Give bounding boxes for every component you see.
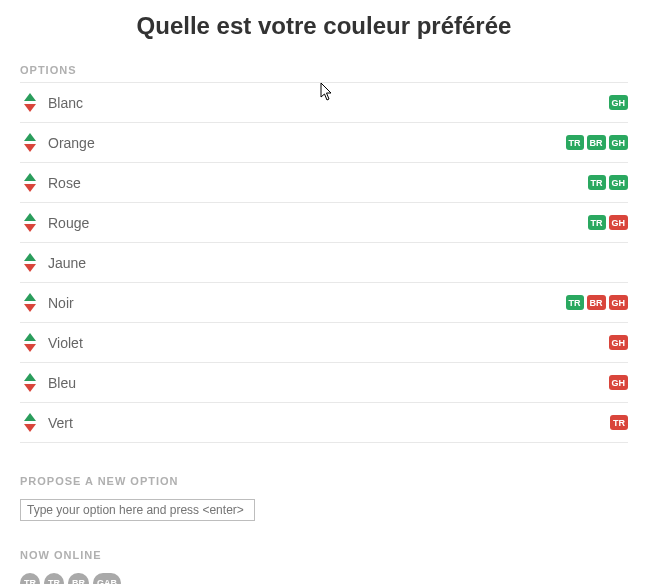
- options-label: OPTIONS: [20, 58, 628, 82]
- upvote-icon[interactable]: [24, 413, 36, 421]
- avatar: TR: [44, 573, 64, 584]
- vote-control: [20, 333, 40, 352]
- vote-badges: GH: [609, 95, 629, 110]
- downvote-icon[interactable]: [24, 424, 36, 432]
- vote-badges: TRGH: [588, 175, 629, 190]
- option-label: Bleu: [48, 375, 609, 391]
- upvote-icon[interactable]: [24, 173, 36, 181]
- vote-badge: GH: [609, 135, 629, 150]
- downvote-icon[interactable]: [24, 304, 36, 312]
- propose-label: PROPOSE A NEW OPTION: [20, 469, 628, 493]
- avatar: TR: [20, 573, 40, 584]
- option-label: Orange: [48, 135, 566, 151]
- vote-control: [20, 293, 40, 312]
- option-row: VertTR: [20, 403, 628, 443]
- option-row: VioletGH: [20, 323, 628, 363]
- now-online-label: NOW ONLINE: [20, 543, 628, 567]
- downvote-icon[interactable]: [24, 224, 36, 232]
- online-avatars: TRTRBRGAB: [20, 573, 628, 584]
- avatar: GAB: [93, 573, 121, 584]
- propose-input[interactable]: [20, 499, 255, 521]
- upvote-icon[interactable]: [24, 93, 36, 101]
- downvote-icon[interactable]: [24, 264, 36, 272]
- downvote-icon[interactable]: [24, 184, 36, 192]
- option-label: Rouge: [48, 215, 588, 231]
- vote-control: [20, 373, 40, 392]
- vote-badge: TR: [610, 415, 628, 430]
- option-row: BlancGH: [20, 82, 628, 123]
- vote-control: [20, 93, 40, 112]
- option-row: NoirTRBRGH: [20, 283, 628, 323]
- vote-badge: BR: [587, 135, 606, 150]
- upvote-icon[interactable]: [24, 133, 36, 141]
- vote-badge: TR: [588, 215, 606, 230]
- option-label: Noir: [48, 295, 566, 311]
- vote-badge: GH: [609, 175, 629, 190]
- vote-badges: TRGH: [588, 215, 629, 230]
- vote-control: [20, 173, 40, 192]
- vote-badge: TR: [566, 135, 584, 150]
- upvote-icon[interactable]: [24, 373, 36, 381]
- vote-badges: TRBRGH: [566, 295, 629, 310]
- downvote-icon[interactable]: [24, 144, 36, 152]
- page-title: Quelle est votre couleur préférée: [20, 0, 628, 58]
- vote-control: [20, 133, 40, 152]
- option-row: BleuGH: [20, 363, 628, 403]
- vote-badge: GH: [609, 375, 629, 390]
- downvote-icon[interactable]: [24, 104, 36, 112]
- vote-control: [20, 413, 40, 432]
- vote-badge: TR: [566, 295, 584, 310]
- downvote-icon[interactable]: [24, 344, 36, 352]
- option-row: OrangeTRBRGH: [20, 123, 628, 163]
- option-row: RougeTRGH: [20, 203, 628, 243]
- vote-badges: TR: [610, 415, 628, 430]
- vote-badge: GH: [609, 95, 629, 110]
- vote-badge: TR: [588, 175, 606, 190]
- upvote-icon[interactable]: [24, 293, 36, 301]
- upvote-icon[interactable]: [24, 333, 36, 341]
- option-label: Jaune: [48, 255, 628, 271]
- avatar: BR: [68, 573, 89, 584]
- option-row: RoseTRGH: [20, 163, 628, 203]
- vote-badge: BR: [587, 295, 606, 310]
- option-label: Vert: [48, 415, 610, 431]
- option-row: Jaune: [20, 243, 628, 283]
- vote-badge: GH: [609, 335, 629, 350]
- downvote-icon[interactable]: [24, 384, 36, 392]
- vote-badge: GH: [609, 215, 629, 230]
- vote-badges: GH: [609, 375, 629, 390]
- option-label: Blanc: [48, 95, 609, 111]
- option-label: Violet: [48, 335, 609, 351]
- vote-control: [20, 213, 40, 232]
- vote-control: [20, 253, 40, 272]
- upvote-icon[interactable]: [24, 253, 36, 261]
- vote-badge: GH: [609, 295, 629, 310]
- options-list: BlancGHOrangeTRBRGHRoseTRGHRougeTRGHJaun…: [20, 82, 628, 443]
- upvote-icon[interactable]: [24, 213, 36, 221]
- vote-badges: TRBRGH: [566, 135, 629, 150]
- option-label: Rose: [48, 175, 588, 191]
- vote-badges: GH: [609, 335, 629, 350]
